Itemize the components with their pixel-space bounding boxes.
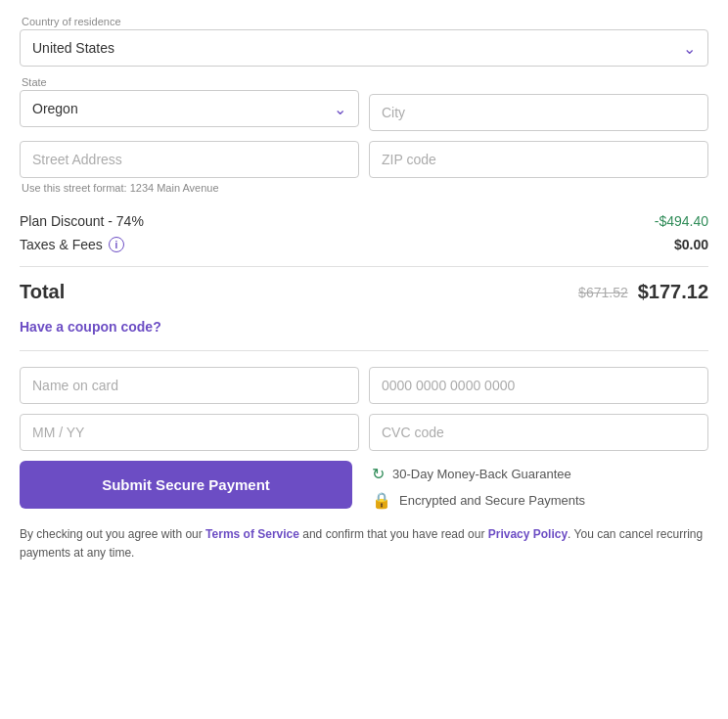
country-select-wrapper[interactable]: United States Canada United Kingdom Aust… bbox=[20, 29, 708, 67]
card-expiry-input[interactable] bbox=[20, 414, 359, 451]
state-select-wrapper[interactable]: Oregon California New York Texas Florida… bbox=[20, 90, 359, 127]
country-select[interactable]: United States Canada United Kingdom Aust… bbox=[21, 30, 707, 66]
state-select[interactable]: Oregon California New York Texas Florida bbox=[21, 91, 358, 126]
card-cvc-input[interactable] bbox=[369, 414, 708, 451]
total-row: Total $671.52 $177.12 bbox=[20, 281, 708, 303]
total-values: $671.52 $177.12 bbox=[578, 281, 708, 303]
secure-text: Encrypted and Secure Payments bbox=[399, 493, 585, 508]
secure-payment-guarantee: 🔒 Encrypted and Secure Payments bbox=[372, 491, 585, 510]
card-number-input[interactable] bbox=[369, 367, 708, 404]
street-input[interactable] bbox=[20, 141, 359, 178]
state-label: State bbox=[20, 76, 359, 88]
money-back-icon: ↻ bbox=[372, 465, 385, 483]
card-expiry-cvc-row bbox=[20, 414, 708, 451]
taxes-value: $0.00 bbox=[674, 237, 708, 252]
discount-row: Plan Discount - 74% -$494.40 bbox=[20, 213, 708, 229]
card-cvc-field bbox=[369, 414, 708, 451]
terms-prefix: By checking out you agree with our bbox=[20, 527, 205, 541]
tos-link[interactable]: Terms of Service bbox=[205, 527, 299, 541]
card-number-field bbox=[369, 367, 708, 404]
card-name-number-row bbox=[20, 367, 708, 404]
money-back-guarantee: ↻ 30-Day Money-Back Guarantee bbox=[372, 465, 585, 483]
submit-guarantee-row: Submit Secure Payment ↻ 30-Day Money-Bac… bbox=[20, 461, 708, 510]
lock-icon: 🔒 bbox=[372, 491, 391, 510]
coupon-link[interactable]: Have a coupon code? bbox=[20, 319, 161, 335]
final-price: $177.12 bbox=[638, 281, 708, 303]
discount-value: -$494.40 bbox=[655, 213, 708, 229]
pricing-divider bbox=[20, 266, 708, 267]
discount-label: Plan Discount - 74% bbox=[20, 213, 144, 229]
card-name-field bbox=[20, 367, 359, 404]
taxes-row: Taxes & Fees i $0.00 bbox=[20, 237, 708, 252]
card-expiry-field bbox=[20, 414, 359, 451]
privacy-link[interactable]: Privacy Policy bbox=[488, 527, 568, 541]
terms-middle: and confirm that you have read our bbox=[299, 527, 488, 541]
taxes-info-icon[interactable]: i bbox=[109, 237, 124, 252]
zip-field-wrapper bbox=[369, 141, 708, 194]
submit-button[interactable]: Submit Secure Payment bbox=[20, 461, 352, 509]
street-hint: Use this street format: 1234 Main Avenue bbox=[20, 182, 359, 194]
pricing-section: Plan Discount - 74% -$494.40 Taxes & Fee… bbox=[20, 213, 708, 252]
total-label: Total bbox=[20, 281, 65, 303]
card-name-input[interactable] bbox=[20, 367, 359, 404]
terms-text: By checking out you agree with our Terms… bbox=[20, 525, 708, 562]
country-label: Country of residence bbox=[20, 16, 708, 27]
street-field-wrapper: Use this street format: 1234 Main Avenue bbox=[20, 141, 359, 194]
zip-input[interactable] bbox=[369, 141, 708, 178]
original-price: $671.52 bbox=[578, 285, 628, 300]
state-field: State Oregon California New York Texas F… bbox=[20, 76, 359, 131]
money-back-text: 30-Day Money-Back Guarantee bbox=[392, 467, 571, 481]
city-field bbox=[369, 76, 708, 131]
payment-divider bbox=[20, 350, 708, 351]
guarantee-block: ↻ 30-Day Money-Back Guarantee 🔒 Encrypte… bbox=[372, 461, 585, 510]
taxes-label: Taxes & Fees i bbox=[20, 237, 124, 252]
city-input[interactable] bbox=[369, 94, 708, 131]
